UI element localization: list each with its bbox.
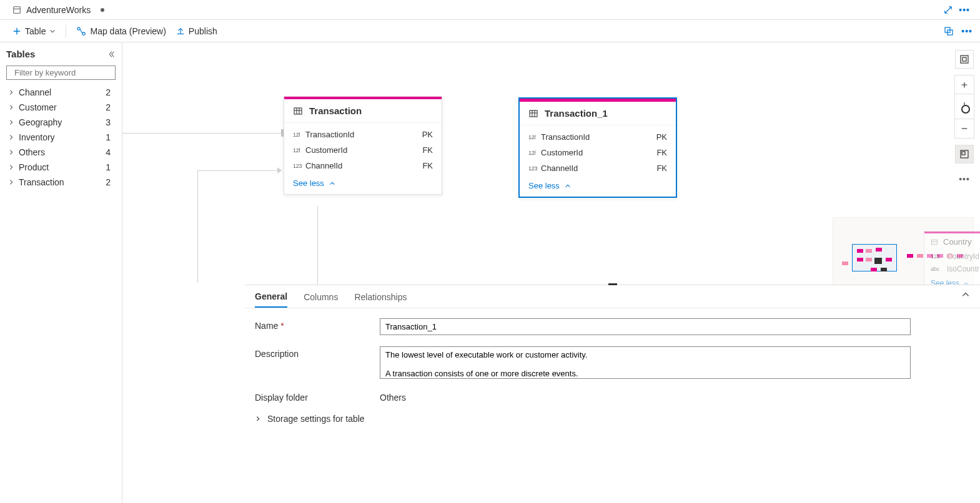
chevron-right-icon xyxy=(7,119,15,125)
column-row[interactable]: 123ChannelIdFK xyxy=(293,158,433,173)
table-card-transaction-1[interactable]: Transaction_1 12lTransactionIdPK12lCusto… xyxy=(518,97,677,198)
edge xyxy=(122,133,284,134)
zoom-slider[interactable] xyxy=(955,94,974,119)
arrowhead-icon xyxy=(277,167,282,173)
chevron-right-icon xyxy=(7,134,15,140)
table-icon xyxy=(931,238,938,246)
details-panel: General Columns Relationships Name * Des… xyxy=(245,285,980,503)
see-less-label: See less xyxy=(293,178,324,188)
table-icon xyxy=(293,106,303,116)
sidebar-item-count: 1 xyxy=(106,162,114,172)
sidebar-item-label: Inventory xyxy=(19,132,55,142)
chevron-up-icon xyxy=(565,183,571,189)
collapse-panel-icon[interactable] xyxy=(961,290,970,299)
map-data-icon xyxy=(76,26,86,36)
table-button-label: Table xyxy=(25,26,46,36)
tab-relationships[interactable]: Relationships xyxy=(354,292,407,307)
sidebar-item-label: Others xyxy=(19,147,45,157)
table-icon xyxy=(528,109,538,119)
zoom-out-button[interactable] xyxy=(955,119,974,138)
rail-more-button[interactable]: ••• xyxy=(955,170,974,188)
sidebar-item-product[interactable]: Product1 xyxy=(6,160,116,175)
more-icon[interactable]: ••• xyxy=(961,26,973,36)
svg-rect-18 xyxy=(932,240,938,245)
sidebar-item-transaction[interactable]: Transaction2 xyxy=(6,175,116,190)
sidebar-item-others[interactable]: Others4 xyxy=(6,145,116,160)
svg-point-3 xyxy=(82,32,85,34)
zoom-in-button[interactable] xyxy=(955,76,974,94)
see-less-button[interactable]: See less xyxy=(284,173,442,194)
publish-icon xyxy=(176,27,185,36)
column-row[interactable]: 123ChannelIdFK xyxy=(528,160,667,176)
column-key: FK xyxy=(422,145,433,155)
minimap-toggle-button[interactable] xyxy=(955,145,974,164)
layout-icon[interactable] xyxy=(944,26,954,36)
table-card-transaction[interactable]: Transaction 12lTransactionIdPK12lCustome… xyxy=(284,96,442,195)
column-type-icon: 123 xyxy=(528,165,541,172)
column-row[interactable]: 12lTransactionIdPK xyxy=(528,129,667,145)
column-name: CustomerId xyxy=(305,145,347,155)
column-row[interactable]: 12lTransactionIdPK xyxy=(293,127,433,142)
svg-rect-17 xyxy=(962,152,965,155)
column-key: FK xyxy=(656,164,667,173)
sidebar-item-count: 3 xyxy=(106,117,114,127)
storage-settings-toggle[interactable]: Storage settings for table xyxy=(255,414,970,424)
sidebar-item-channel[interactable]: Channel2 xyxy=(6,85,116,100)
database-icon xyxy=(12,6,21,14)
column-name: TransactionId xyxy=(541,132,590,142)
sidebar-item-label: Channel xyxy=(19,87,51,97)
column-name: TransactionId xyxy=(305,130,354,139)
collapse-sidebar-icon[interactable] xyxy=(107,50,116,59)
fit-to-screen-button[interactable] xyxy=(955,50,974,69)
filter-input[interactable] xyxy=(14,68,119,77)
more-icon[interactable]: ••• xyxy=(959,5,970,15)
column-type-icon: 12l xyxy=(528,150,541,156)
storage-settings-label: Storage settings for table xyxy=(267,414,365,424)
sidebar-item-count: 2 xyxy=(106,102,114,112)
column-type-icon: 12l xyxy=(293,132,305,138)
table-button[interactable]: Table xyxy=(7,24,61,39)
column-type-icon: 123 xyxy=(293,163,305,169)
sidebar-item-inventory[interactable]: Inventory1 xyxy=(6,130,116,145)
svg-rect-10 xyxy=(530,110,537,117)
column-row[interactable]: 12lCustomerIdFK xyxy=(293,142,433,158)
column-row[interactable]: 12lCustomerIdFK xyxy=(528,145,667,160)
see-less-button[interactable]: See less xyxy=(520,176,676,197)
sidebar-item-label: Product xyxy=(19,162,49,172)
chevron-right-icon xyxy=(255,416,261,422)
column-type-icon: 12l xyxy=(293,147,305,154)
tab-general[interactable]: General xyxy=(255,291,287,308)
sidebar: Tables Channel2Customer2Geography3Invent… xyxy=(0,42,122,503)
sidebar-item-count: 4 xyxy=(106,147,114,157)
description-label: Description xyxy=(255,346,380,359)
publish-label: Publish xyxy=(189,26,217,36)
sidebar-item-geography[interactable]: Geography3 xyxy=(6,115,116,130)
chevron-right-icon xyxy=(7,89,15,95)
sidebar-item-label: Customer xyxy=(19,102,57,112)
ghost-card-country[interactable]: Country 123CountryId abcIsoCountr See le… xyxy=(924,231,980,292)
chevron-right-icon xyxy=(7,179,15,185)
see-less-label: See less xyxy=(528,181,560,190)
svg-rect-14 xyxy=(961,56,968,63)
chevron-right-icon xyxy=(7,104,15,110)
display-folder-value: Others xyxy=(380,390,406,403)
expand-icon[interactable] xyxy=(944,6,953,14)
required-icon: * xyxy=(280,321,284,331)
description-input[interactable] xyxy=(380,346,911,379)
canvas-controls: ••• xyxy=(955,50,974,188)
chevron-right-icon xyxy=(7,164,15,170)
plus-icon xyxy=(12,27,21,36)
publish-button[interactable]: Publish xyxy=(171,24,222,39)
edge xyxy=(317,206,318,286)
chevron-right-icon xyxy=(7,149,15,155)
map-data-button[interactable]: Map data (Preview) xyxy=(71,24,171,39)
column-key: FK xyxy=(656,148,667,157)
tab-columns[interactable]: Columns xyxy=(304,292,338,307)
edge xyxy=(197,170,198,283)
sidebar-item-customer[interactable]: Customer2 xyxy=(6,100,116,115)
filter-input-wrap[interactable] xyxy=(6,66,116,80)
column-name: CustomerId xyxy=(541,148,583,157)
name-input[interactable] xyxy=(380,318,911,335)
svg-rect-6 xyxy=(294,108,302,114)
file-tab[interactable]: AdventureWorks xyxy=(5,0,112,19)
